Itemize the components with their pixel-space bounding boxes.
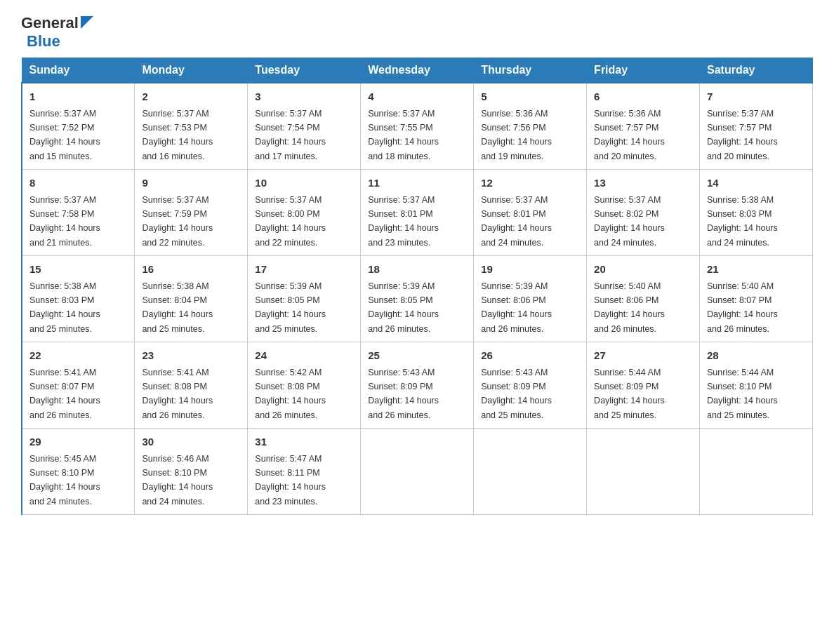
calendar-cell: 16Sunrise: 5:38 AMSunset: 8:04 PMDayligh…: [135, 256, 248, 342]
day-number: 11: [368, 175, 466, 192]
day-info: Sunrise: 5:41 AMSunset: 8:07 PMDaylight:…: [29, 368, 100, 420]
calendar-cell: 29Sunrise: 5:45 AMSunset: 8:10 PMDayligh…: [22, 429, 135, 515]
day-info: Sunrise: 5:37 AMSunset: 8:01 PMDaylight:…: [481, 195, 552, 248]
day-info: Sunrise: 5:43 AMSunset: 8:09 PMDaylight:…: [481, 368, 552, 420]
calendar-week-2: 8Sunrise: 5:37 AMSunset: 7:58 PMDaylight…: [22, 170, 813, 256]
day-info: Sunrise: 5:36 AMSunset: 7:56 PMDaylight:…: [481, 109, 552, 161]
logo-text-general: General: [21, 14, 93, 32]
day-number: 14: [707, 175, 805, 192]
day-info: Sunrise: 5:41 AMSunset: 8:08 PMDaylight:…: [142, 368, 213, 420]
page-header: General Blue: [21, 14, 813, 51]
calendar-cell: 17Sunrise: 5:39 AMSunset: 8:05 PMDayligh…: [248, 256, 361, 342]
day-info: Sunrise: 5:40 AMSunset: 8:07 PMDaylight:…: [707, 281, 778, 334]
day-info: Sunrise: 5:37 AMSunset: 8:00 PMDaylight:…: [255, 195, 326, 248]
day-number: 7: [707, 89, 805, 105]
day-number: 20: [594, 262, 692, 278]
day-info: Sunrise: 5:44 AMSunset: 8:09 PMDaylight:…: [594, 368, 665, 420]
calendar-cell: [361, 429, 474, 515]
calendar-cell: 20Sunrise: 5:40 AMSunset: 8:06 PMDayligh…: [587, 256, 700, 342]
logo: General Blue: [21, 14, 93, 51]
day-number: 1: [29, 89, 127, 105]
day-info: Sunrise: 5:45 AMSunset: 8:10 PMDaylight:…: [29, 454, 100, 507]
calendar-cell: [474, 429, 587, 515]
day-info: Sunrise: 5:44 AMSunset: 8:10 PMDaylight:…: [707, 368, 778, 420]
calendar-cell: 9Sunrise: 5:37 AMSunset: 7:59 PMDaylight…: [135, 170, 248, 256]
weekday-header-row: SundayMondayTuesdayWednesdayThursdayFrid…: [22, 58, 813, 83]
day-number: 2: [142, 89, 240, 105]
day-info: Sunrise: 5:37 AMSunset: 7:53 PMDaylight:…: [142, 109, 213, 161]
calendar-cell: 14Sunrise: 5:38 AMSunset: 8:03 PMDayligh…: [700, 170, 813, 256]
day-number: 12: [481, 175, 579, 192]
calendar-week-1: 1Sunrise: 5:37 AMSunset: 7:52 PMDaylight…: [22, 83, 813, 170]
day-info: Sunrise: 5:42 AMSunset: 8:08 PMDaylight:…: [255, 368, 326, 420]
calendar-week-5: 29Sunrise: 5:45 AMSunset: 8:10 PMDayligh…: [22, 429, 813, 515]
calendar-cell: 3Sunrise: 5:37 AMSunset: 7:54 PMDaylight…: [248, 83, 361, 170]
day-info: Sunrise: 5:37 AMSunset: 7:52 PMDaylight:…: [29, 109, 100, 161]
day-number: 27: [594, 348, 692, 364]
calendar-cell: 25Sunrise: 5:43 AMSunset: 8:09 PMDayligh…: [361, 342, 474, 429]
day-info: Sunrise: 5:37 AMSunset: 7:55 PMDaylight:…: [368, 109, 439, 161]
calendar-week-3: 15Sunrise: 5:38 AMSunset: 8:03 PMDayligh…: [22, 256, 813, 342]
calendar-table: SundayMondayTuesdayWednesdayThursdayFrid…: [21, 58, 813, 515]
calendar-cell: 11Sunrise: 5:37 AMSunset: 8:01 PMDayligh…: [361, 170, 474, 256]
calendar-cell: 5Sunrise: 5:36 AMSunset: 7:56 PMDaylight…: [474, 83, 587, 170]
day-number: 24: [255, 348, 353, 364]
day-number: 22: [29, 348, 127, 364]
calendar-cell: 22Sunrise: 5:41 AMSunset: 8:07 PMDayligh…: [22, 342, 135, 429]
day-number: 16: [142, 262, 240, 278]
weekday-header-monday: Monday: [135, 58, 248, 83]
day-number: 6: [594, 89, 692, 105]
calendar-cell: 27Sunrise: 5:44 AMSunset: 8:09 PMDayligh…: [587, 342, 700, 429]
calendar-cell: 23Sunrise: 5:41 AMSunset: 8:08 PMDayligh…: [135, 342, 248, 429]
calendar-cell: [587, 429, 700, 515]
day-number: 30: [142, 434, 240, 450]
calendar-cell: 4Sunrise: 5:37 AMSunset: 7:55 PMDaylight…: [361, 83, 474, 170]
calendar-cell: 15Sunrise: 5:38 AMSunset: 8:03 PMDayligh…: [22, 256, 135, 342]
calendar-cell: 26Sunrise: 5:43 AMSunset: 8:09 PMDayligh…: [474, 342, 587, 429]
day-number: 13: [594, 175, 692, 192]
day-info: Sunrise: 5:39 AMSunset: 8:05 PMDaylight:…: [255, 281, 326, 334]
day-number: 19: [481, 262, 579, 278]
day-number: 26: [481, 348, 579, 364]
day-number: 4: [368, 89, 466, 105]
day-info: Sunrise: 5:38 AMSunset: 8:03 PMDaylight:…: [707, 195, 778, 248]
calendar-cell: 24Sunrise: 5:42 AMSunset: 8:08 PMDayligh…: [248, 342, 361, 429]
day-info: Sunrise: 5:37 AMSunset: 7:58 PMDaylight:…: [29, 195, 100, 248]
weekday-header-sunday: Sunday: [22, 58, 135, 83]
calendar-cell: 2Sunrise: 5:37 AMSunset: 7:53 PMDaylight…: [135, 83, 248, 170]
day-info: Sunrise: 5:43 AMSunset: 8:09 PMDaylight:…: [368, 368, 439, 420]
calendar-cell: 30Sunrise: 5:46 AMSunset: 8:10 PMDayligh…: [135, 429, 248, 515]
day-info: Sunrise: 5:37 AMSunset: 7:54 PMDaylight:…: [255, 109, 326, 161]
day-info: Sunrise: 5:46 AMSunset: 8:10 PMDaylight:…: [142, 454, 213, 507]
calendar-week-4: 22Sunrise: 5:41 AMSunset: 8:07 PMDayligh…: [22, 342, 813, 429]
day-number: 5: [481, 89, 579, 105]
calendar-cell: 7Sunrise: 5:37 AMSunset: 7:57 PMDaylight…: [700, 83, 813, 170]
calendar-cell: 8Sunrise: 5:37 AMSunset: 7:58 PMDaylight…: [22, 170, 135, 256]
day-number: 29: [29, 434, 127, 450]
day-number: 3: [255, 89, 353, 105]
day-number: 9: [142, 175, 240, 192]
calendar-cell: 19Sunrise: 5:39 AMSunset: 8:06 PMDayligh…: [474, 256, 587, 342]
day-info: Sunrise: 5:37 AMSunset: 7:57 PMDaylight:…: [707, 109, 778, 161]
day-info: Sunrise: 5:38 AMSunset: 8:03 PMDaylight:…: [29, 281, 100, 334]
day-number: 10: [255, 175, 353, 192]
weekday-header-friday: Friday: [587, 58, 700, 83]
weekday-header-tuesday: Tuesday: [248, 58, 361, 83]
day-info: Sunrise: 5:39 AMSunset: 8:06 PMDaylight:…: [481, 281, 552, 334]
logo-text-blue: Blue: [27, 32, 60, 50]
calendar-cell: 10Sunrise: 5:37 AMSunset: 8:00 PMDayligh…: [248, 170, 361, 256]
day-info: Sunrise: 5:37 AMSunset: 8:02 PMDaylight:…: [594, 195, 665, 248]
day-number: 31: [255, 434, 353, 450]
calendar-cell: 31Sunrise: 5:47 AMSunset: 8:11 PMDayligh…: [248, 429, 361, 515]
day-number: 28: [707, 348, 805, 364]
day-info: Sunrise: 5:47 AMSunset: 8:11 PMDaylight:…: [255, 454, 326, 507]
day-info: Sunrise: 5:36 AMSunset: 7:57 PMDaylight:…: [594, 109, 665, 161]
day-number: 21: [707, 262, 805, 278]
day-number: 25: [368, 348, 466, 364]
day-number: 17: [255, 262, 353, 278]
calendar-cell: 21Sunrise: 5:40 AMSunset: 8:07 PMDayligh…: [700, 256, 813, 342]
day-number: 15: [29, 262, 127, 278]
calendar-cell: [700, 429, 813, 515]
calendar-cell: 28Sunrise: 5:44 AMSunset: 8:10 PMDayligh…: [700, 342, 813, 429]
day-number: 8: [29, 175, 127, 192]
